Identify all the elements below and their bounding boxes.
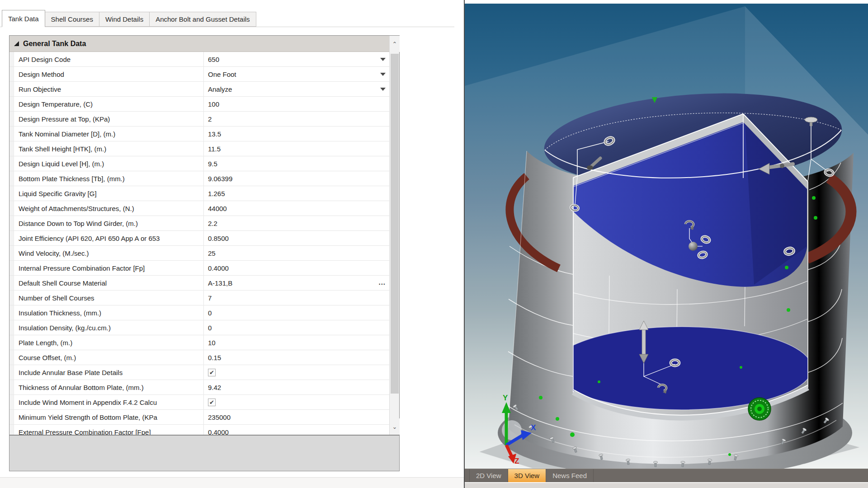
property-value[interactable]: 100 [204,97,389,111]
property-value[interactable]: ✔ [204,395,389,409]
value-text[interactable]: 10 [208,339,216,347]
property-label: API Design Code [14,52,204,66]
value-text[interactable]: A-131,B [208,279,232,287]
row-indent [9,350,14,365]
grid-row: Include Annular Base Plate Details✔ [9,365,389,380]
value-text[interactable]: 7 [208,294,212,302]
grid-row: Insulation Thickness, (mm.)0 [9,305,389,320]
row-indent [9,201,14,216]
axis-y-label: Y [503,394,508,402]
property-label: Insulation Thickness, (mm.) [14,305,204,320]
property-value[interactable]: 0.8500 [204,231,389,245]
scrollbar-up-icon[interactable]: ⌃ [390,36,400,52]
value-text[interactable]: 0 [208,309,212,317]
tab-tank-data[interactable]: Tank Data [2,10,45,27]
property-label: Plate Length, (m.) [14,335,204,350]
3d-view-canvas[interactable]: Y X Z [465,0,868,469]
property-value[interactable]: 9.5 [204,156,389,171]
property-value[interactable]: Analyze [204,82,389,96]
property-value[interactable]: 7 [204,291,389,305]
row-indent [9,261,14,275]
value-text[interactable]: 0.4000 [208,428,229,435]
property-value[interactable]: 0.4000 [204,261,389,275]
property-value[interactable]: 650 [204,52,389,66]
value-text[interactable]: 13.5 [208,130,221,138]
property-label: Include Wind Moment in Appendix F.4.2 Ca… [14,395,204,409]
value-text[interactable]: 0 [208,324,212,332]
checkbox[interactable]: ✔ [208,369,216,376]
property-value[interactable]: 2.2 [204,216,389,230]
property-value[interactable]: One Foot [204,67,389,81]
scrollbar[interactable]: ⌃ ⌄ [389,36,399,435]
property-label: Tank Nominal Diameter [D], (m.) [14,127,204,141]
value-text[interactable]: One Foot [208,70,236,78]
row-indent [9,52,14,66]
row-indent [9,231,14,245]
value-text[interactable]: 0.4000 [208,264,229,272]
dropdown-arrow-icon[interactable] [380,88,386,91]
value-text[interactable]: 0.15 [208,354,221,361]
tab-anchor-bolt-and-gusset-details[interactable]: Anchor Bolt and Gusset Details [150,12,256,27]
property-value[interactable]: 0.15 [204,350,389,365]
row-indent [9,246,14,260]
view-bottom-strip [465,483,868,488]
property-value[interactable]: 9.42 [204,380,389,394]
view-tab-news-feed[interactable]: News Feed [546,469,594,482]
value-text[interactable]: 44000 [208,205,227,212]
property-value[interactable]: 13.5 [204,127,389,141]
property-value[interactable]: 235000 [204,410,389,424]
property-label: Thickness of Annular Bottom Plate, (mm.) [14,380,204,394]
property-value[interactable]: 2 [204,112,389,126]
property-value[interactable]: A-131,B... [204,276,389,290]
value-text[interactable]: 9.5 [208,160,217,168]
view-tab-2d-view[interactable]: 2D View [469,469,508,482]
group-header[interactable]: General Tank Data [9,36,389,52]
property-value[interactable]: 44000 [204,201,389,216]
value-text[interactable]: Analyze [208,85,232,93]
grid-row: Include Wind Moment in Appendix F.4.2 Ca… [9,395,389,410]
value-text[interactable]: 2 [208,115,212,123]
view-tab-3d-view[interactable]: 3D View [508,469,547,482]
property-label: Number of Shell Courses [14,291,204,305]
value-text[interactable]: 11.5 [208,145,221,153]
dropdown-arrow-icon[interactable] [380,58,386,61]
value-text[interactable]: 0.8500 [208,235,229,242]
row-indent [9,305,14,320]
axis-z-label: Z [514,457,519,465]
row-indent [9,291,14,305]
property-label: Minimum Yield Strength of Bottom Plate, … [14,410,204,424]
value-text[interactable]: 650 [208,56,219,63]
grid-row: Bottom Plate Thickness [Tb], (mm.)9.0639… [9,171,389,186]
tab-shell-courses[interactable]: Shell Courses [45,12,99,27]
ellipsis-button[interactable]: ... [378,278,386,286]
property-value[interactable]: 1.265 [204,186,389,201]
tank-3d-render: Y X Z [465,0,868,469]
tab-wind-details[interactable]: Wind Details [99,12,150,27]
value-text[interactable]: 9.42 [208,384,221,391]
property-value[interactable]: 11.5 [204,141,389,156]
value-text[interactable]: 9.06399 [208,175,232,183]
row-indent [9,380,14,394]
axis-x-label: X [531,423,536,432]
property-value[interactable]: 0 [204,305,389,320]
property-value[interactable]: 25 [204,246,389,260]
scrollbar-thumb[interactable] [391,54,399,394]
property-value[interactable]: 10 [204,335,389,350]
checkbox[interactable]: ✔ [208,399,216,406]
tab-strip-divider [0,27,454,27]
property-label: Wind Velocity, (M./sec.) [14,246,204,260]
manhole-flange [748,398,771,420]
scrollbar-down-icon[interactable]: ⌄ [390,418,400,435]
collapse-triangle-icon[interactable] [14,41,19,46]
value-text[interactable]: 25 [208,249,216,257]
property-value[interactable]: 9.06399 [204,171,389,186]
property-value[interactable]: 0 [204,320,389,335]
dropdown-arrow-icon[interactable] [380,73,386,76]
value-text[interactable]: 1.265 [208,190,225,197]
property-value[interactable]: 0.4000 [204,425,389,435]
value-text[interactable]: 100 [208,100,219,108]
row-indent [9,141,14,156]
property-value[interactable]: ✔ [204,365,389,380]
value-text[interactable]: 235000 [208,413,231,421]
value-text[interactable]: 2.2 [208,220,217,227]
